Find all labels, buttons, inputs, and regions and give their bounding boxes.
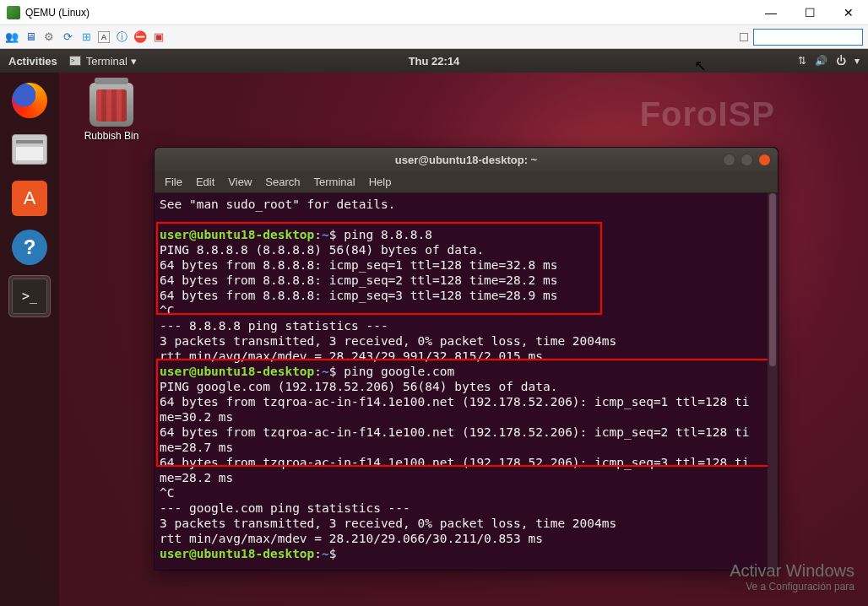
ping-2-stats: --- google.com ping statistics --- 3 pac… xyxy=(160,501,616,545)
terminal-close-button[interactable] xyxy=(758,154,771,166)
keyboard-a-icon[interactable]: A xyxy=(98,31,110,43)
prompt-1-user: user@ubuntu18-desktop xyxy=(160,228,314,241)
ubuntu-dock: A ? >_ xyxy=(0,73,59,606)
menu-help[interactable]: Help xyxy=(369,176,392,188)
files-icon xyxy=(12,134,47,165)
appmenu-terminal[interactable]: Terminal ▾ xyxy=(69,55,137,68)
clock[interactable]: Thu 22:14 xyxy=(409,55,460,68)
stop-icon[interactable]: ⛔ xyxy=(133,30,147,44)
prompt-3-path: ~ xyxy=(322,547,329,560)
monitor-icon[interactable]: 🖥 xyxy=(24,30,37,44)
scrollbar-thumb[interactable] xyxy=(769,193,776,366)
dock-files[interactable] xyxy=(8,128,51,170)
prompt-2-user: user@ubuntu18-desktop xyxy=(160,365,314,378)
terminal-title: user@ubuntu18-desktop: ~ xyxy=(395,154,537,166)
menu-terminal[interactable]: Terminal xyxy=(314,176,355,188)
prompt-2-cmd: ping google.com xyxy=(344,365,454,378)
dock-firefox[interactable] xyxy=(8,79,51,122)
ping-1-output: PING 8.8.8.8 (8.8.8.8) 56(84) bytes of d… xyxy=(160,243,557,317)
software-center-icon: A xyxy=(12,181,47,216)
menu-edit[interactable]: Edit xyxy=(196,176,214,188)
power-icon[interactable]: ⏻ xyxy=(836,55,846,67)
prompt-1-path: ~ xyxy=(322,228,329,241)
terminal-maximize-button[interactable] xyxy=(741,154,753,166)
menu-search[interactable]: Search xyxy=(265,176,300,188)
host-window-titlebar: QEMU (Linux) — ☐ ✕ xyxy=(0,0,868,25)
prompt-1-cmd: ping 8.8.8.8 xyxy=(344,228,432,241)
desktop-trash-label: Rubbish Bin xyxy=(76,130,147,142)
windows-icon[interactable]: ⊞ xyxy=(79,30,93,44)
terminal-icon: >_ xyxy=(12,279,47,314)
dock-terminal[interactable]: >_ xyxy=(8,275,51,317)
host-vm-toolbar: 👥 🖥 ⚙ ⟳ ⊞ A ⓘ ⛔ ▣ xyxy=(0,25,868,49)
network-icon[interactable]: ⇅ xyxy=(798,55,806,67)
help-icon: ? xyxy=(12,230,47,265)
terminal-intro: See "man sudo_root" for details. xyxy=(160,197,395,211)
indicator-box xyxy=(740,33,748,41)
ping-2-output: PING google.com (192.178.52.206) 56(84) … xyxy=(160,380,749,500)
host-maximize-button[interactable]: ☐ xyxy=(790,0,829,25)
trash-icon xyxy=(90,83,133,127)
chevron-down-icon[interactable]: ▾ xyxy=(854,55,860,67)
appmenu-terminal-label: Terminal ▾ xyxy=(86,55,137,68)
gear-icon[interactable]: ⚙ xyxy=(42,30,56,44)
terminal-titlebar[interactable]: user@ubuntu18-desktop: ~ xyxy=(155,148,778,171)
ping-1-stats: --- 8.8.8.8 ping statistics --- 3 packet… xyxy=(160,319,616,363)
terminal-minimize-button[interactable] xyxy=(723,154,735,166)
prompt-2-path: ~ xyxy=(322,365,329,378)
terminal-menubar: File Edit View Search Terminal Help xyxy=(155,171,778,193)
host-close-button[interactable]: ✕ xyxy=(829,0,868,25)
dock-help[interactable]: ? xyxy=(8,226,51,268)
firefox-icon xyxy=(12,83,47,118)
dock-software[interactable]: A xyxy=(8,177,51,219)
desktop-trash[interactable]: Rubbish Bin xyxy=(76,83,147,142)
prompt-3-user: user@ubuntu18-desktop xyxy=(160,547,314,560)
qemu-icon xyxy=(7,6,20,19)
watermark-logo: ForoISP xyxy=(640,95,775,133)
host-window-title: QEMU (Linux) xyxy=(25,7,90,19)
menu-view[interactable]: View xyxy=(228,176,252,188)
close-window-icon[interactable]: ▣ xyxy=(152,30,165,44)
users-icon[interactable]: 👥 xyxy=(5,30,19,44)
ubuntu-top-bar: Activities Terminal ▾ Thu 22:14 ⇅ 🔊 ⏻ ▾ xyxy=(0,49,868,73)
menu-file[interactable]: File xyxy=(165,176,182,188)
host-toolbar-textbox[interactable] xyxy=(753,29,863,46)
terminal-appmenu-icon xyxy=(69,56,81,66)
host-minimize-button[interactable]: — xyxy=(751,0,790,25)
activate-line2: Ve a Configuración para xyxy=(730,581,854,592)
volume-icon[interactable]: 🔊 xyxy=(815,55,827,67)
activities-button[interactable]: Activities xyxy=(8,55,57,68)
terminal-window[interactable]: user@ubuntu18-desktop: ~ File Edit View … xyxy=(154,147,778,571)
info-icon[interactable]: ⓘ xyxy=(115,30,128,44)
terminal-body[interactable]: See "man sudo_root" for details. user@ub… xyxy=(155,193,778,570)
refresh-icon[interactable]: ⟳ xyxy=(61,30,74,44)
terminal-scrollbar[interactable] xyxy=(768,193,778,570)
